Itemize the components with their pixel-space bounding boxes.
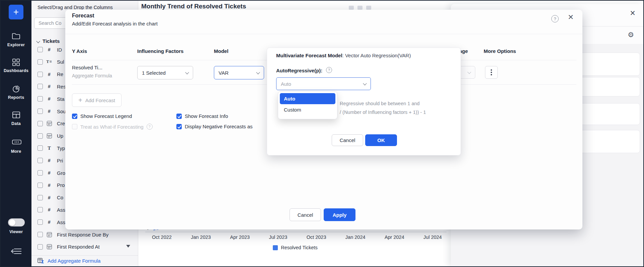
column-row[interactable]: 17First Responded At <box>31 242 138 252</box>
legend-swatch <box>273 245 278 250</box>
sidebar-item-explorer[interactable]: Explorer <box>1 32 31 47</box>
sidebar-item-label: Reports <box>1 95 31 100</box>
sidebar-item-dashboards[interactable]: Dashboards <box>1 58 31 73</box>
checkbox[interactable] <box>37 133 43 139</box>
autoregressive-label: AutoRegressive(p): <box>276 68 322 73</box>
divider <box>31 255 138 256</box>
help-icon[interactable]: ? <box>147 124 153 130</box>
table-icon <box>12 111 20 119</box>
column-label: Ass <box>57 207 65 213</box>
checkbox[interactable] <box>37 72 43 77</box>
sidebar-item-reports[interactable]: Reports <box>1 85 31 100</box>
checkbox[interactable] <box>72 114 77 119</box>
tickets-section-label: Tickets <box>43 38 60 44</box>
autoregressive-select[interactable]: Auto <box>276 77 371 90</box>
info-text-line1: Regressive should be between 1 and <box>340 101 420 106</box>
model-select[interactable]: VAR <box>214 66 264 79</box>
add-aggregate-formula-link[interactable]: Σ Add Aggregate Formula <box>37 258 100 264</box>
checkbox[interactable] <box>37 170 43 176</box>
help-icon[interactable]: ? <box>551 15 559 22</box>
checkbox[interactable] <box>37 244 43 250</box>
aggregate-formula-icon: Σ <box>37 258 45 264</box>
checkbox[interactable] <box>37 145 43 151</box>
cancel-button[interactable]: Cancel <box>290 208 321 221</box>
close-icon[interactable]: × <box>568 12 573 22</box>
checkbox[interactable] <box>37 59 43 65</box>
number-icon: # <box>46 219 53 225</box>
gear-icon[interactable]: ⚙ <box>628 31 634 39</box>
text-icon: T <box>46 145 53 151</box>
popover-ok-button[interactable]: OK <box>365 134 397 146</box>
checkbox[interactable] <box>37 183 43 188</box>
checkbox[interactable] <box>37 232 43 237</box>
columns-panel-title: Select/Drag and Drop the Columns <box>37 5 113 10</box>
close-icon[interactable]: × <box>630 9 635 18</box>
help-icon[interactable]: ? <box>326 67 332 73</box>
menu-option-custom[interactable]: Custom <box>280 104 335 115</box>
checkbox[interactable] <box>37 121 43 126</box>
pie-chart-icon <box>12 85 20 93</box>
popover-cancel-button[interactable]: Cancel <box>332 134 363 146</box>
checkbox[interactable] <box>37 47 43 52</box>
column-row[interactable]: 17First Response Due By <box>31 229 138 240</box>
more-options-kebab-button[interactable] <box>485 66 498 79</box>
col-header-influencing-factors: Influencing Factors <box>137 48 183 54</box>
checkbox[interactable] <box>176 114 182 119</box>
checkbox[interactable] <box>37 109 43 114</box>
x-axis-label: Apr 2024 <box>385 235 404 240</box>
checkbox[interactable] <box>37 84 43 89</box>
checkbox[interactable] <box>37 158 43 163</box>
influencing-factors-value: 1 Selected <box>142 70 166 76</box>
tickets-section-toggle[interactable]: Tickets <box>37 38 60 44</box>
collapse-sidebar-icon[interactable] <box>9 247 23 257</box>
column-label: Sou <box>57 109 66 114</box>
checkbox[interactable] <box>37 219 43 225</box>
viewer-label: Viewer <box>1 229 31 234</box>
add-forecast-button[interactable]: + Add Forecast <box>72 93 122 107</box>
text-multiline-icon: T≡ <box>46 59 53 64</box>
chart-toolbar-icon[interactable] <box>357 6 363 10</box>
sidebar-item-label: Dashboards <box>1 68 31 73</box>
chevron-down-icon <box>36 39 40 43</box>
influencing-factors-select[interactable]: 1 Selected <box>137 66 193 79</box>
viewer-toggle[interactable] <box>8 218 25 226</box>
info-text-line2: / (Number of Influencing factors + 1)) -… <box>340 110 426 115</box>
checkbox[interactable] <box>37 207 43 212</box>
menu-option-auto[interactable]: Auto <box>280 93 335 104</box>
model-value: VAR <box>219 70 229 76</box>
column-label: Cre <box>57 121 65 126</box>
chevron-down-icon <box>256 70 260 74</box>
column-label: Gro <box>57 170 65 176</box>
chart-toolbar-icon[interactable] <box>366 6 371 10</box>
checkbox[interactable] <box>176 124 182 129</box>
apply-button[interactable]: Apply <box>324 208 355 221</box>
sidebar: + ExplorerDashboardsReportsDataMore View… <box>1 1 31 266</box>
svg-text:Σ: Σ <box>41 260 44 264</box>
col-header-more-options: More Options <box>484 48 516 54</box>
sidebar-item-more[interactable]: More <box>1 139 31 154</box>
column-label: Pro <box>57 182 65 188</box>
scroll-down-arrow[interactable] <box>126 245 130 248</box>
column-label: First Responded At <box>57 244 100 250</box>
add-forecast-label: Add Forecast <box>85 97 115 103</box>
column-label: Pri <box>57 158 63 163</box>
option-display-negative-forecasts: Display Negative Forecasts as <box>176 124 253 129</box>
sidebar-item-data[interactable]: Data <box>1 111 31 126</box>
column-label: Sul <box>57 59 64 65</box>
app-window: + ExplorerDashboardsReportsDataMore View… <box>0 0 644 267</box>
grid-icon <box>12 58 20 66</box>
column-label: Sta <box>57 96 65 102</box>
option-show-forecast-legend: Show Forecast Legend <box>72 113 132 119</box>
option-label: Show Forecast Legend <box>80 113 132 119</box>
x-axis-label: Jul 2024 <box>423 235 442 240</box>
column-label: Typ <box>57 145 65 151</box>
chart-toolbar-icon[interactable] <box>349 6 354 10</box>
checkbox[interactable] <box>72 124 77 129</box>
sidebar-item-label: Data <box>1 121 31 126</box>
create-button[interactable]: + <box>9 5 23 19</box>
checkbox[interactable] <box>37 96 43 102</box>
checkbox[interactable] <box>37 195 43 200</box>
x-axis-label: Jan 2024 <box>345 235 366 240</box>
autoregressive-value: Auto <box>281 81 291 87</box>
col-header-model: Model <box>214 48 228 54</box>
